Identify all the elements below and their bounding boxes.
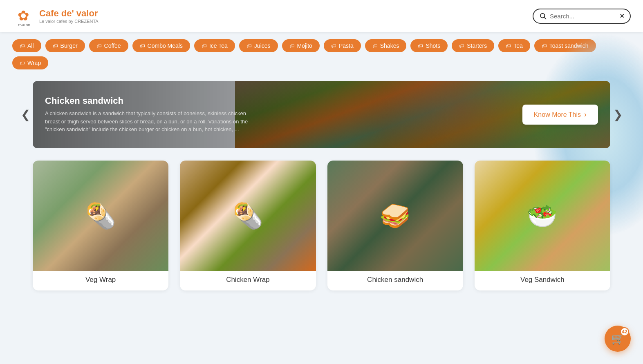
category-label: Pasta — [339, 42, 354, 49]
category-pill-tea[interactable]: 🏷Tea — [498, 39, 530, 52]
product-card-chicken-sandwich[interactable]: 🥪 Chicken sandwich — [327, 161, 463, 290]
tag-icon: 🏷 — [140, 43, 145, 49]
search-input[interactable] — [550, 13, 616, 20]
product-image: 🌯 — [180, 161, 316, 271]
product-image-area: 🥗 — [475, 161, 610, 271]
category-pill-mojito[interactable]: 🏷Mojito — [282, 39, 320, 52]
svg-text:✿: ✿ — [18, 8, 29, 23]
tag-icon: 🏷 — [202, 43, 207, 49]
products-grid: 🌯 Veg Wrap 🌯 Chicken Wrap 🥪 Chicken sand… — [33, 161, 610, 290]
logo-area: ✿ LE'VALOR Cafe de' valor Le valor cafes… — [12, 5, 99, 27]
tag-icon: 🏷 — [506, 43, 511, 49]
category-pill-ice-tea[interactable]: 🏷Ice Tea — [194, 39, 235, 52]
category-pill-pasta[interactable]: 🏷Pasta — [324, 39, 361, 52]
product-image-area: 🌯 — [180, 161, 316, 271]
product-card-veg-wrap[interactable]: 🌯 Veg Wrap — [33, 161, 168, 290]
category-label: Mojito — [297, 42, 312, 49]
hero-content: Chicken sandwich A chicken sandwich is a… — [33, 87, 522, 142]
hero-nav-right: ❯ — [610, 107, 625, 122]
tag-icon: 🏷 — [20, 60, 25, 66]
brand-subtitle: Le valor cafes by CREZENTA — [39, 19, 99, 24]
product-name: Veg Wrap — [33, 271, 168, 290]
header: ✿ LE'VALOR Cafe de' valor Le valor cafes… — [0, 0, 643, 32]
hero-cta-area: Know More This › — [522, 105, 598, 125]
category-bar: 🏷All🏷Burger🏷Coffee🏷Combo Meals🏷Ice Tea🏷J… — [0, 32, 643, 77]
category-pill-starters[interactable]: 🏷Starters — [452, 39, 494, 52]
product-image: 🌯 — [33, 161, 168, 271]
category-pill-toast-sandwich[interactable]: 🏷Toast sandwich — [534, 39, 596, 52]
product-image: 🥪 — [327, 161, 463, 271]
category-label: Combo Meals — [148, 42, 183, 49]
category-label: Ice Tea — [209, 42, 228, 49]
tag-icon: 🏷 — [20, 43, 25, 49]
category-label: Toast sandwich — [549, 42, 589, 49]
tag-icon: 🏷 — [418, 43, 423, 49]
arrow-right-icon: › — [584, 110, 587, 119]
tag-icon: 🏷 — [331, 43, 336, 49]
cart-badge: 42 — [620, 327, 629, 336]
category-label: Shots — [426, 42, 440, 49]
category-pill-shots[interactable]: 🏷Shots — [410, 39, 448, 52]
brand-text: Cafe de' valor Le valor cafes by CREZENT… — [39, 8, 99, 24]
svg-text:LE'VALOR: LE'VALOR — [16, 24, 30, 27]
cart-fab[interactable]: 🛒 42 — [605, 326, 631, 352]
product-name: Chicken Wrap — [180, 271, 316, 290]
tag-icon: 🏷 — [542, 43, 547, 49]
category-label: Wrap — [27, 60, 41, 66]
category-pill-juices[interactable]: 🏷Juices — [239, 39, 278, 52]
hero-title: Chicken sandwich — [45, 96, 510, 106]
know-more-label: Know More This — [534, 111, 581, 118]
know-more-button[interactable]: Know More This › — [522, 105, 598, 125]
product-image: 🥗 — [475, 161, 610, 271]
search-icon — [539, 12, 547, 20]
product-image-area: 🥪 — [327, 161, 463, 271]
category-label: Coffee — [104, 42, 121, 49]
product-card-chicken-wrap[interactable]: 🌯 Chicken Wrap — [180, 161, 316, 290]
category-pill-wrap[interactable]: 🏷Wrap — [12, 56, 48, 69]
tag-icon: 🏷 — [246, 43, 252, 49]
brand-name: Cafe de' valor — [39, 8, 99, 19]
product-name: Veg Sandwich — [475, 271, 610, 290]
product-card-veg-sandwich[interactable]: 🥗 Veg Sandwich — [475, 161, 610, 290]
hero-next-button[interactable]: ❯ — [610, 107, 625, 122]
hero-description: A chicken sandwich is a sandwich that ty… — [45, 109, 258, 134]
category-label: All — [27, 42, 34, 49]
category-pill-coffee[interactable]: 🏷Coffee — [89, 39, 128, 52]
category-pill-shakes[interactable]: 🏷Shakes — [365, 39, 407, 52]
hero-banner: Chicken sandwich A chicken sandwich is a… — [33, 81, 610, 148]
category-label: Starters — [467, 42, 487, 49]
search-bar: × — [533, 9, 631, 24]
tag-icon: 🏷 — [372, 43, 378, 49]
search-clear-button[interactable]: × — [620, 12, 624, 20]
logo-icon: ✿ LE'VALOR — [12, 5, 34, 27]
category-label: Juices — [254, 42, 271, 49]
products-section: 🌯 Veg Wrap 🌯 Chicken Wrap 🥪 Chicken sand… — [0, 148, 643, 307]
category-pill-combo-meals[interactable]: 🏷Combo Meals — [132, 39, 190, 52]
category-label: Shakes — [380, 42, 399, 49]
tag-icon: 🏷 — [53, 43, 58, 49]
product-name: Chicken sandwich — [327, 271, 463, 290]
hero-section: Chicken sandwich A chicken sandwich is a… — [33, 81, 610, 148]
hero-nav-left: ❮ — [18, 107, 33, 122]
category-label: Burger — [60, 42, 78, 49]
svg-line-4 — [544, 17, 546, 19]
hero-prev-button[interactable]: ❮ — [18, 107, 33, 122]
product-image-area: 🌯 — [33, 161, 168, 271]
category-label: Tea — [513, 42, 523, 49]
tag-icon: 🏷 — [289, 43, 295, 49]
tag-icon: 🏷 — [459, 43, 464, 49]
category-pill-burger[interactable]: 🏷Burger — [45, 39, 85, 52]
category-pill-all[interactable]: 🏷All — [12, 39, 41, 52]
tag-icon: 🏷 — [96, 43, 102, 49]
